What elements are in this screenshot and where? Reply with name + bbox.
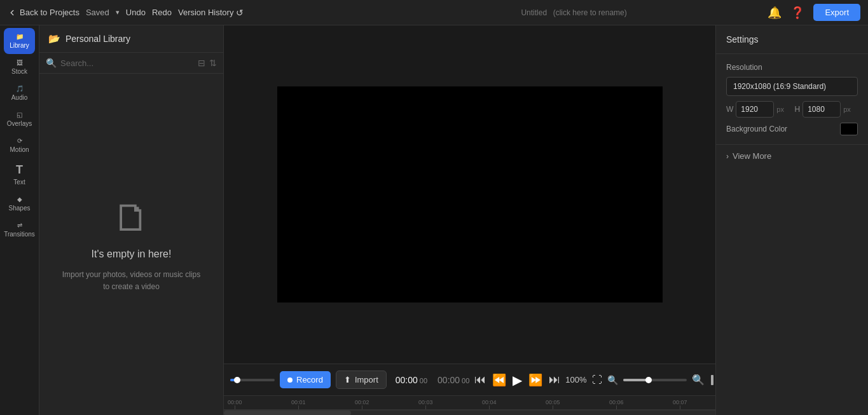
empty-desc: Import your photos, videos or music clip…: [62, 269, 200, 293]
record-label: Record: [296, 375, 323, 384]
library-title: Personal Library: [65, 34, 130, 44]
fast-forward-button[interactable]: ⏩: [528, 373, 542, 387]
main-layout: 📁 Library 🖼 Stock 🎵 Audio ◱ Overlays ⟳ M…: [0, 25, 868, 415]
stock-icon: 🖼: [17, 59, 23, 66]
saved-label: Saved: [86, 8, 109, 17]
width-input[interactable]: [736, 101, 774, 118]
resolution-label: Resolution: [726, 63, 858, 72]
ruler-tick: [616, 405, 617, 409]
import-icon: ⬆: [344, 375, 351, 384]
ruler-tick: [680, 405, 680, 409]
record-dot-icon: [287, 378, 293, 383]
sidebar-item-transitions[interactable]: ⇌ Transitions: [0, 217, 39, 243]
sidebar-item-label: Shapes: [9, 205, 31, 212]
export-button[interactable]: Export: [813, 4, 860, 21]
notifications-button[interactable]: 🔔: [768, 6, 782, 20]
project-title[interactable]: Untitled (click here to rename): [521, 8, 626, 17]
search-input[interactable]: [60, 58, 194, 68]
sidebar-item-label: Audio: [11, 94, 28, 101]
zoom-level-label: 100%: [565, 375, 586, 384]
sidebar-item-audio[interactable]: 🎵 Audio: [0, 80, 39, 106]
play-button[interactable]: ▶: [513, 372, 522, 388]
skip-to-start-button[interactable]: ⏮: [474, 373, 486, 386]
ruler-label: 00:01: [291, 399, 306, 405]
skip-to-end-button[interactable]: ⏭: [549, 373, 560, 386]
right-panel: Settings Resolution 1920x1080 (16:9 Stan…: [715, 25, 868, 415]
title-text: Untitled: [521, 8, 547, 17]
bg-color-row: Background Color: [726, 123, 858, 135]
sidebar-item-label: Library: [10, 42, 29, 49]
ruler-label: 00:02: [355, 399, 369, 405]
icon-sidebar: 📁 Library 🖼 Stock 🎵 Audio ◱ Overlays ⟳ M…: [0, 25, 39, 415]
scrollbar-thumb[interactable]: [224, 411, 351, 415]
back-button[interactable]: Back to Projects: [8, 8, 79, 17]
ruler-marks: 00:0000:0100:0200:0300:0400:0500:0600:07…: [228, 396, 712, 409]
resolution-section: Resolution 1920x1080 (16:9 Standard) W p…: [716, 54, 868, 145]
undo-button[interactable]: Undo: [126, 8, 146, 17]
time-total-value: 00:00: [437, 375, 460, 385]
timeline-ruler: 00:0000:0100:0200:0300:0400:0500:0600:07…: [224, 396, 715, 410]
width-group: W px: [726, 101, 790, 118]
version-history-button[interactable]: Version History ↺: [178, 8, 244, 18]
ruler-label: 00:05: [546, 399, 560, 405]
ruler-mark: 00:01: [291, 399, 306, 409]
fullscreen-button[interactable]: ⛶: [592, 374, 602, 386]
import-button[interactable]: ⬆ Import: [336, 371, 387, 389]
filter-icon[interactable]: ⊟: [198, 58, 205, 68]
sidebar-item-motion[interactable]: ⟳ Motion: [0, 132, 39, 158]
search-icon: 🔍: [46, 58, 57, 68]
zoom-in-icon[interactable]: 🔍: [692, 374, 705, 386]
slider-thumb[interactable]: [234, 377, 240, 383]
sidebar-item-text[interactable]: T Text: [0, 158, 39, 191]
sidebar-item-overlays[interactable]: ◱ Overlays: [0, 106, 39, 132]
timeline-area: 00:0000:0100:0200:0300:0400:0500:0600:07…: [224, 395, 715, 415]
ruler-tick: [362, 405, 362, 409]
ruler-label: 00:00: [228, 399, 242, 405]
zoom-thumb[interactable]: [645, 377, 652, 383]
ruler-label: 00:07: [673, 399, 687, 405]
ruler-tick: [489, 405, 490, 409]
chevron-right-icon: ›: [726, 152, 729, 161]
ruler-mark: 00:06: [609, 399, 624, 409]
sidebar-item-label: Transitions: [4, 231, 35, 238]
position-slider[interactable]: [230, 379, 275, 381]
ruler-mark: 00:03: [418, 399, 433, 409]
ruler-mark: 00:07: [673, 399, 687, 409]
zoom-out-icon[interactable]: 🔍: [607, 375, 618, 385]
preview-area: [224, 25, 715, 364]
pause-button[interactable]: [710, 374, 715, 386]
saved-dropdown-icon[interactable]: ▾: [116, 8, 120, 17]
sidebar-item-shapes[interactable]: ◆ Shapes: [0, 191, 39, 217]
record-button[interactable]: Record: [280, 371, 331, 388]
motion-icon: ⟳: [17, 137, 22, 144]
library-panel: 📂 Personal Library 🔍 ⊟ ⇅ 🗋 It's empty in…: [39, 25, 224, 415]
ruler-tick: [553, 405, 553, 409]
empty-title: It's empty in here!: [92, 248, 172, 260]
timeline-scrollbar[interactable]: [224, 410, 715, 415]
topbar-left: Back to Projects Saved ▾ Undo Redo Versi…: [8, 8, 380, 18]
pause-bar-left: [711, 375, 713, 385]
width-label: W: [726, 105, 733, 114]
ruler-mark: 00:00: [228, 399, 242, 409]
time-current-value: 00:00: [396, 375, 418, 385]
ruler-mark: 00:02: [355, 399, 369, 409]
back-label: Back to Projects: [20, 8, 79, 17]
height-input[interactable]: [803, 101, 841, 118]
version-history-label: Version History: [178, 8, 233, 17]
redo-button[interactable]: Redo: [152, 8, 172, 17]
text-icon: T: [16, 163, 23, 177]
view-more-label: View More: [733, 151, 771, 161]
sidebar-item-stock[interactable]: 🖼 Stock: [0, 54, 39, 80]
rewind-button[interactable]: ⏪: [492, 373, 506, 387]
view-more-button[interactable]: › View More: [716, 145, 868, 167]
ruler-label: 00:03: [418, 399, 433, 405]
sort-icon[interactable]: ⇅: [209, 58, 217, 68]
title-hint: (click here to rename): [553, 8, 627, 17]
zoom-slider[interactable]: [623, 379, 687, 381]
library-header: 📂 Personal Library: [39, 25, 223, 53]
bg-color-swatch[interactable]: [840, 123, 858, 135]
center-area: Record ⬆ Import 00:00 00 00:00 00 ⏮ ⏪ ▶ …: [224, 25, 715, 415]
sidebar-item-library[interactable]: 📁 Library: [4, 28, 35, 54]
resolution-dropdown[interactable]: 1920x1080 (16:9 Standard): [726, 77, 858, 96]
help-button[interactable]: ❓: [790, 6, 804, 20]
